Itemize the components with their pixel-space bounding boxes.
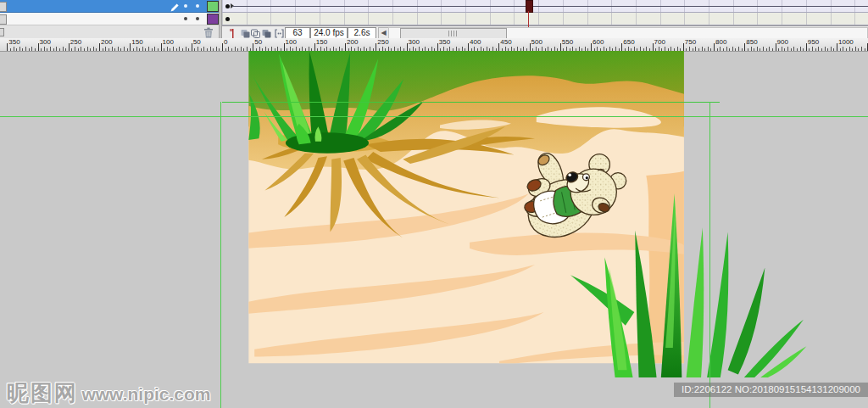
ruler-label: 750: [685, 38, 696, 46]
ruler-tick: [653, 43, 654, 51]
ruler-tick: [161, 43, 162, 51]
ruler-label: 550: [562, 38, 573, 46]
keyframe-dot: [225, 17, 230, 21]
ruler-label: 250: [377, 38, 388, 46]
stage-svg[interactable]: [0, 51, 868, 408]
ruler-tick: [591, 43, 592, 51]
ruler-tick: [744, 43, 745, 51]
ruler-label: 150: [131, 38, 142, 46]
bear-pupil: [586, 176, 588, 179]
canvas-workspace[interactable]: [0, 51, 868, 408]
vertical-guide-left[interactable]: [220, 102, 221, 408]
ruler-tick: [776, 43, 776, 51]
ruler-label: 100: [286, 38, 297, 46]
ruler-label: 350: [8, 38, 19, 46]
ruler-tick: [714, 43, 715, 51]
layer-outline-swatch[interactable]: [207, 1, 219, 12]
ruler-tick: [530, 43, 531, 51]
layer-icon-fragment: [0, 2, 7, 12]
ruler-tick: [192, 43, 192, 51]
ruler-label: 350: [439, 38, 450, 46]
frames-track-2[interactable]: [222, 13, 868, 25]
ruler-tick: [837, 43, 837, 51]
vertical-guide-right[interactable]: [709, 102, 710, 408]
ruler-tick: [376, 43, 376, 51]
playhead-line: [528, 11, 529, 27]
ruler-tick: [468, 43, 469, 51]
ruler-label: 700: [654, 38, 665, 46]
ruler-label: 300: [40, 38, 51, 46]
ruler-label: 900: [777, 38, 788, 46]
ruler-tick: [130, 43, 131, 51]
image-id-bar: ID:2206122 NO:20180915154131209000: [674, 383, 868, 397]
ruler-label: 450: [500, 38, 511, 46]
ruler-label: 50: [254, 38, 262, 46]
ruler-label: 1000: [838, 38, 854, 46]
ruler-tick: [69, 43, 70, 51]
edit-multiple-frames-button[interactable]: [261, 27, 272, 38]
site-url: www.nipic.com: [81, 384, 210, 404]
site-name: 昵图网: [7, 380, 78, 405]
layers-footer: [0, 25, 219, 38]
timeline-panel: 63 24.0 fps 2.6s ◀: [0, 0, 868, 38]
layer-outline-swatch[interactable]: [207, 14, 219, 25]
ruler-tick: [683, 43, 684, 51]
frames-track-1[interactable]: [222, 0, 868, 13]
pencil-edit-icon: [170, 1, 180, 11]
ruler-label: 650: [623, 38, 634, 46]
ruler-tick: [253, 43, 253, 51]
ruler-label: 100: [163, 38, 174, 46]
layer-visibility-dot[interactable]: [184, 4, 187, 8]
ruler-label: 200: [347, 38, 358, 46]
elapsed-time-field[interactable]: 2.6s: [348, 27, 376, 39]
ruler-label: 400: [470, 38, 481, 46]
ruler-tick: [345, 43, 346, 51]
ruler-tick: [222, 43, 223, 51]
layer-row[interactable]: [0, 13, 219, 25]
onion-skin-outlines-button[interactable]: [250, 27, 261, 38]
ruler-tick: [284, 43, 285, 51]
layer-icon-fragment: [0, 14, 7, 25]
layer-visibility-dot[interactable]: [184, 17, 187, 20]
stage-top-edge: [222, 102, 720, 103]
modify-markers-button[interactable]: [274, 27, 285, 38]
ruler-label: 200: [101, 38, 112, 46]
ruler-tick: [437, 43, 438, 51]
ruler-tick: [99, 43, 100, 51]
layer-lock-dot[interactable]: [196, 4, 199, 8]
nose-highlight: [568, 173, 571, 176]
ruler-label: 850: [746, 38, 757, 46]
ruler-label: 50: [193, 38, 201, 46]
horizontal-ruler[interactable]: 3503002502001501005005010015020025030035…: [0, 38, 868, 52]
layer-lock-dot[interactable]: [196, 17, 199, 20]
ruler-tick: [806, 43, 807, 51]
flash-editor-window: 63 24.0 fps 2.6s ◀ 350300250200150100500…: [0, 0, 868, 408]
ruler-label: 250: [70, 38, 81, 46]
center-frame-button[interactable]: [227, 27, 238, 38]
ruler-label: 150: [316, 38, 327, 46]
layer-row-selected[interactable]: [0, 0, 219, 13]
ruler-tick: [407, 43, 408, 51]
frame-rate-field[interactable]: 24.0 fps: [310, 27, 348, 39]
ruler-tick: [7, 43, 8, 51]
panel-icon-fragment: [0, 28, 4, 36]
tween-line: [232, 6, 868, 7]
delete-layer-button[interactable]: [203, 26, 214, 37]
ruler-label: 800: [715, 38, 726, 46]
ruler-label: 950: [808, 38, 819, 46]
ruler-tick: [498, 43, 499, 51]
ruler-label: 300: [409, 38, 420, 46]
ruler-tick: [38, 43, 39, 51]
ruler-label: 500: [531, 38, 542, 46]
timeline-toolbar: 63 24.0 fps 2.6s ◀: [222, 25, 868, 39]
playhead[interactable]: [526, 0, 533, 13]
ruler-tick: [560, 43, 561, 51]
horizontal-guide[interactable]: [0, 116, 868, 117]
scrollbar-grip-icon: [448, 31, 459, 36]
ruler-tick: [314, 43, 315, 51]
ruler-tick: [621, 43, 622, 51]
keyframe-dot: [225, 4, 230, 8]
ruler-label: 600: [593, 38, 604, 46]
current-frame-field[interactable]: 63: [285, 27, 310, 39]
site-watermark: 昵图网 www.nipic.com: [7, 378, 211, 408]
